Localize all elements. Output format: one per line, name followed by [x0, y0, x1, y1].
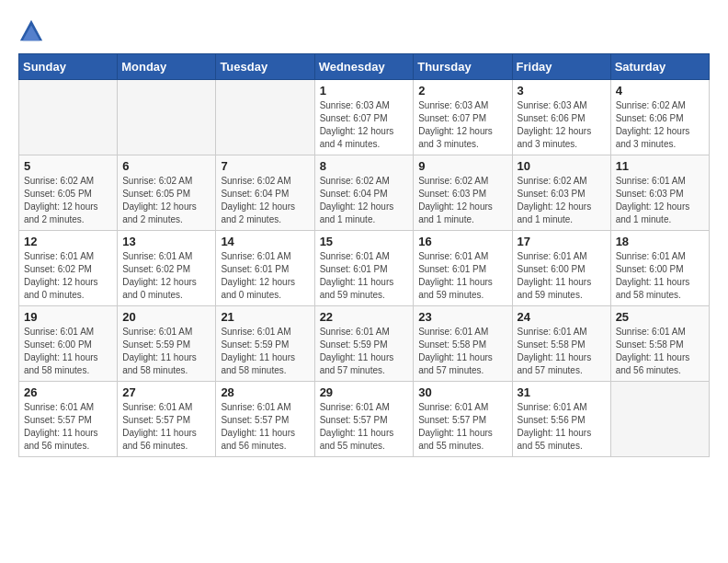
calendar-cell	[610, 382, 709, 457]
day-number: 24	[518, 310, 606, 324]
day-info: Sunrise: 6:02 AM Sunset: 6:04 PM Dayligh…	[221, 175, 309, 226]
day-number: 15	[320, 235, 409, 248]
calendar-cell: 24Sunrise: 6:01 AM Sunset: 5:58 PM Dayli…	[512, 306, 610, 382]
day-info: Sunrise: 6:01 AM Sunset: 6:00 PM Dayligh…	[518, 250, 606, 302]
calendar-cell: 16Sunrise: 6:01 AM Sunset: 6:01 PM Dayli…	[414, 231, 512, 306]
day-number: 27	[122, 385, 210, 399]
calendar-cell: 25Sunrise: 6:01 AM Sunset: 5:58 PM Dayli…	[610, 306, 709, 382]
calendar-week-4: 19Sunrise: 6:01 AM Sunset: 6:00 PM Dayli…	[19, 306, 710, 382]
calendar-cell: 23Sunrise: 6:01 AM Sunset: 5:58 PM Dayli…	[414, 306, 512, 382]
logo	[18, 18, 48, 44]
day-number: 4	[616, 84, 704, 98]
calendar-cell	[216, 80, 314, 155]
day-info: Sunrise: 6:03 AM Sunset: 6:06 PM Dayligh…	[518, 99, 606, 151]
day-info: Sunrise: 6:02 AM Sunset: 6:05 PM Dayligh…	[122, 175, 210, 226]
day-header-sunday: Sunday	[19, 54, 118, 80]
calendar-cell: 22Sunrise: 6:01 AM Sunset: 5:59 PM Dayli…	[314, 306, 414, 382]
calendar-cell: 30Sunrise: 6:01 AM Sunset: 5:57 PM Dayli…	[414, 382, 512, 457]
calendar-cell: 8Sunrise: 6:02 AM Sunset: 6:04 PM Daylig…	[314, 155, 414, 231]
day-info: Sunrise: 6:03 AM Sunset: 6:07 PM Dayligh…	[418, 99, 506, 151]
day-header-thursday: Thursday	[414, 54, 512, 80]
day-number: 16	[418, 235, 506, 248]
day-number: 6	[122, 159, 210, 173]
day-info: Sunrise: 6:01 AM Sunset: 6:02 PM Dayligh…	[24, 250, 112, 302]
day-info: Sunrise: 6:01 AM Sunset: 5:56 PM Dayligh…	[518, 401, 606, 453]
day-info: Sunrise: 6:01 AM Sunset: 6:01 PM Dayligh…	[221, 250, 309, 302]
day-number: 3	[518, 84, 606, 98]
calendar-cell: 18Sunrise: 6:01 AM Sunset: 6:00 PM Dayli…	[610, 231, 709, 306]
day-number: 28	[221, 385, 309, 399]
page-header	[18, 18, 710, 44]
day-info: Sunrise: 6:01 AM Sunset: 5:57 PM Dayligh…	[24, 401, 112, 453]
calendar-cell: 12Sunrise: 6:01 AM Sunset: 6:02 PM Dayli…	[19, 231, 118, 306]
day-number: 26	[24, 385, 112, 399]
day-number: 23	[418, 310, 506, 324]
day-number: 1	[320, 84, 409, 98]
day-header-saturday: Saturday	[610, 54, 709, 80]
calendar-cell: 26Sunrise: 6:01 AM Sunset: 5:57 PM Dayli…	[19, 382, 118, 457]
calendar-cell: 29Sunrise: 6:01 AM Sunset: 5:57 PM Dayli…	[314, 382, 414, 457]
calendar-cell: 21Sunrise: 6:01 AM Sunset: 5:59 PM Dayli…	[216, 306, 314, 382]
calendar-cell: 7Sunrise: 6:02 AM Sunset: 6:04 PM Daylig…	[216, 155, 314, 231]
calendar-cell: 20Sunrise: 6:01 AM Sunset: 5:59 PM Dayli…	[118, 306, 216, 382]
day-number: 19	[24, 310, 112, 324]
calendar-cell: 2Sunrise: 6:03 AM Sunset: 6:07 PM Daylig…	[414, 80, 512, 155]
calendar-cell: 5Sunrise: 6:02 AM Sunset: 6:05 PM Daylig…	[19, 155, 118, 231]
day-info: Sunrise: 6:01 AM Sunset: 5:59 PM Dayligh…	[122, 326, 210, 377]
day-info: Sunrise: 6:01 AM Sunset: 5:57 PM Dayligh…	[418, 401, 506, 453]
day-info: Sunrise: 6:02 AM Sunset: 6:05 PM Dayligh…	[24, 175, 112, 226]
calendar-week-5: 26Sunrise: 6:01 AM Sunset: 5:57 PM Dayli…	[19, 382, 710, 457]
calendar-cell: 6Sunrise: 6:02 AM Sunset: 6:05 PM Daylig…	[118, 155, 216, 231]
day-info: Sunrise: 6:01 AM Sunset: 5:57 PM Dayligh…	[320, 401, 409, 453]
calendar-cell: 27Sunrise: 6:01 AM Sunset: 5:57 PM Dayli…	[118, 382, 216, 457]
calendar-cell: 19Sunrise: 6:01 AM Sunset: 6:00 PM Dayli…	[19, 306, 118, 382]
calendar-cell: 31Sunrise: 6:01 AM Sunset: 5:56 PM Dayli…	[512, 382, 610, 457]
day-number: 5	[24, 159, 112, 173]
day-number: 30	[418, 385, 506, 399]
day-number: 13	[122, 235, 210, 248]
day-info: Sunrise: 6:02 AM Sunset: 6:03 PM Dayligh…	[518, 175, 606, 226]
calendar-week-3: 12Sunrise: 6:01 AM Sunset: 6:02 PM Dayli…	[19, 231, 710, 306]
day-info: Sunrise: 6:02 AM Sunset: 6:03 PM Dayligh…	[418, 175, 506, 226]
calendar-cell: 13Sunrise: 6:01 AM Sunset: 6:02 PM Dayli…	[118, 231, 216, 306]
day-number: 7	[221, 159, 309, 173]
day-info: Sunrise: 6:01 AM Sunset: 6:00 PM Dayligh…	[24, 326, 112, 377]
day-header-monday: Monday	[118, 54, 216, 80]
calendar-cell	[19, 80, 118, 155]
day-number: 18	[616, 235, 704, 248]
day-info: Sunrise: 6:01 AM Sunset: 5:57 PM Dayligh…	[221, 401, 309, 453]
calendar-week-1: 1Sunrise: 6:03 AM Sunset: 6:07 PM Daylig…	[19, 80, 710, 155]
day-info: Sunrise: 6:02 AM Sunset: 6:06 PM Dayligh…	[616, 99, 704, 151]
day-info: Sunrise: 6:01 AM Sunset: 5:58 PM Dayligh…	[418, 326, 506, 377]
calendar-cell: 10Sunrise: 6:02 AM Sunset: 6:03 PM Dayli…	[512, 155, 610, 231]
calendar-table: SundayMondayTuesdayWednesdayThursdayFrid…	[18, 53, 710, 457]
day-info: Sunrise: 6:01 AM Sunset: 6:00 PM Dayligh…	[616, 250, 704, 302]
day-number: 17	[518, 235, 606, 248]
calendar-cell: 15Sunrise: 6:01 AM Sunset: 6:01 PM Dayli…	[314, 231, 414, 306]
day-number: 21	[221, 310, 309, 324]
day-info: Sunrise: 6:01 AM Sunset: 5:59 PM Dayligh…	[221, 326, 309, 377]
calendar-header-row: SundayMondayTuesdayWednesdayThursdayFrid…	[19, 54, 710, 80]
day-header-friday: Friday	[512, 54, 610, 80]
calendar-cell: 4Sunrise: 6:02 AM Sunset: 6:06 PM Daylig…	[610, 80, 709, 155]
calendar-cell: 17Sunrise: 6:01 AM Sunset: 6:00 PM Dayli…	[512, 231, 610, 306]
day-number: 25	[616, 310, 704, 324]
day-info: Sunrise: 6:01 AM Sunset: 6:02 PM Dayligh…	[122, 250, 210, 302]
day-info: Sunrise: 6:01 AM Sunset: 6:01 PM Dayligh…	[418, 250, 506, 302]
day-number: 2	[418, 84, 506, 98]
calendar-week-2: 5Sunrise: 6:02 AM Sunset: 6:05 PM Daylig…	[19, 155, 710, 231]
day-info: Sunrise: 6:01 AM Sunset: 6:03 PM Dayligh…	[616, 175, 704, 226]
calendar-cell: 3Sunrise: 6:03 AM Sunset: 6:06 PM Daylig…	[512, 80, 610, 155]
day-info: Sunrise: 6:01 AM Sunset: 5:59 PM Dayligh…	[320, 326, 409, 377]
day-info: Sunrise: 6:03 AM Sunset: 6:07 PM Dayligh…	[320, 99, 409, 151]
calendar-cell: 11Sunrise: 6:01 AM Sunset: 6:03 PM Dayli…	[610, 155, 709, 231]
day-info: Sunrise: 6:01 AM Sunset: 5:58 PM Dayligh…	[616, 326, 704, 377]
day-number: 29	[320, 385, 409, 399]
logo-icon	[18, 18, 44, 44]
calendar-cell: 14Sunrise: 6:01 AM Sunset: 6:01 PM Dayli…	[216, 231, 314, 306]
day-info: Sunrise: 6:01 AM Sunset: 5:58 PM Dayligh…	[518, 326, 606, 377]
day-number: 11	[616, 159, 704, 173]
day-number: 12	[24, 235, 112, 248]
day-number: 8	[320, 159, 409, 173]
day-number: 14	[221, 235, 309, 248]
